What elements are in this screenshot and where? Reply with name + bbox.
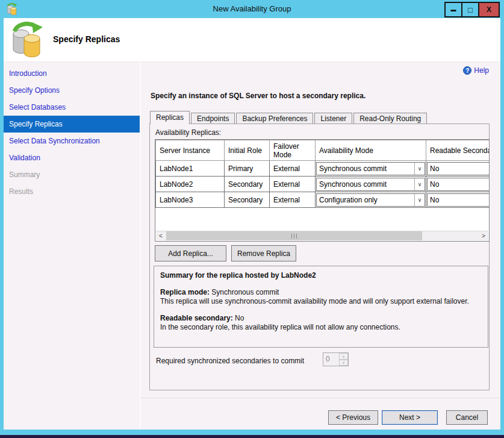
readable-secondary-dropdown[interactable]: No [427, 193, 490, 207]
required-commit-label: Required synchronized secondaries to com… [156, 357, 304, 365]
chevron-down-icon: ∨ [414, 194, 425, 206]
previous-button[interactable]: < Previous [328, 410, 378, 425]
minimize-icon: ▬ [451, 7, 456, 13]
close-icon: X [487, 5, 491, 14]
help-label: Help [474, 66, 489, 75]
initial-role-cell: Secondary [225, 192, 270, 208]
replica-mode-value: Synchronous commit [210, 288, 279, 296]
readable-secondary-dropdown[interactable]: No [427, 178, 490, 191]
tab-strip: Replicas Endpoints Backup Preferences Li… [150, 111, 428, 124]
scroll-right-icon: > [482, 233, 485, 239]
minimize-button[interactable]: ▬ [444, 2, 462, 17]
availability-mode-dropdown[interactable]: Synchronous commit∨ [316, 178, 425, 191]
readable-secondary-value: No [430, 180, 439, 189]
instruction-text: Specify an instance of SQL Server to hos… [151, 92, 366, 100]
footer-divider [141, 398, 500, 398]
col-header-server-instance: Server Instance [156, 140, 225, 161]
sidebar-item-results: Results [4, 183, 140, 200]
replicas-tab-panel: Availability Replicas: Server Instance I… [149, 124, 490, 390]
replica-mode-line: Replica mode: Synchronous commit [160, 288, 482, 297]
sidebar-item-validation[interactable]: Validation [4, 149, 140, 166]
summary-panel: Summary for the replica hosted by LabNod… [154, 266, 488, 348]
availability-mode-value: Synchronous commit [317, 180, 414, 189]
titlebar[interactable]: New Availability Group ▬ □ X [0, 0, 504, 18]
table-row[interactable]: LabNode3 Secondary External Configuratio… [156, 192, 490, 208]
scroll-right-button[interactable]: > [479, 231, 488, 240]
server-instance-cell: LabNode2 [156, 177, 225, 192]
remove-replica-button[interactable]: Remove Replica [231, 245, 296, 261]
availability-replicas-grid: Server Instance Initial Role Failover Mo… [155, 139, 490, 242]
tab-read-only-routing[interactable]: Read-Only Routing [353, 113, 427, 124]
sidebar-item-specify-options[interactable]: Specify Options [4, 82, 140, 99]
spinner-up-icon: ∧ [342, 354, 344, 358]
readable-secondary-value: No [430, 196, 439, 204]
tab-endpoints[interactable]: Endpoints [191, 113, 235, 124]
failover-mode-cell: External [270, 161, 316, 177]
sidebar-item-select-data-synchronization[interactable]: Select Data Synchronization [4, 133, 140, 149]
readable-secondary-value: No [430, 164, 439, 173]
sidebar-item-select-databases[interactable]: Select Databases [4, 99, 140, 116]
failover-mode-cell: External [270, 177, 316, 192]
scroll-thumb[interactable] [166, 231, 422, 240]
spinner-down-button: ∨ [339, 360, 348, 366]
availability-mode-dropdown[interactable]: Configuration only∨ [316, 193, 425, 207]
spinner-buttons: ∧ ∨ [339, 353, 348, 366]
initial-role-cell: Secondary [225, 177, 270, 192]
col-header-initial-role: Initial Role [225, 140, 270, 161]
initial-role-cell: Primary [225, 161, 270, 177]
window-title: New Availability Group [0, 0, 504, 18]
help-link[interactable]: ? Help [463, 66, 489, 75]
tab-backup-preferences[interactable]: Backup Preferences [236, 113, 313, 124]
next-button[interactable]: Next > [382, 410, 438, 425]
summary-title: Summary for the replica hosted by LabNod… [160, 271, 482, 280]
tab-replicas[interactable]: Replicas [150, 111, 190, 124]
scroll-left-button[interactable]: < [156, 231, 166, 240]
maximize-icon: □ [468, 5, 473, 14]
col-header-availability-mode: Availability Mode [316, 140, 426, 161]
tab-listener[interactable]: Listener [314, 113, 352, 124]
close-button[interactable]: X [478, 2, 500, 17]
readable-secondary-dropdown[interactable]: No [427, 162, 490, 175]
table-row[interactable]: LabNode1 Primary External Synchronous co… [156, 161, 490, 177]
wizard-window: New Availability Group ▬ □ X Specify Rep… [0, 0, 504, 435]
availability-mode-dropdown[interactable]: Synchronous commit∨ [316, 162, 425, 175]
horizontal-scrollbar[interactable]: < > [156, 231, 488, 240]
server-instance-cell: LabNode1 [156, 161, 225, 177]
replicas-icon [10, 22, 43, 58]
dialog-body: Specify Replicas Introduction Specify Op… [4, 18, 500, 430]
failover-mode-cell: External [270, 192, 316, 208]
cancel-button[interactable]: Cancel [446, 410, 488, 425]
readable-secondary-summary-value: No [233, 314, 244, 322]
replica-mode-label: Replica mode: [160, 288, 210, 296]
chevron-down-icon: ∨ [414, 163, 425, 175]
window-controls: ▬ □ X [446, 2, 500, 17]
scroll-grip-icon [291, 234, 297, 239]
replica-mode-description: This replica will use synchronous-commit… [160, 297, 482, 306]
chevron-down-icon: ∨ [414, 178, 425, 190]
content-area: ? Help Specify an instance of SQL Server… [141, 62, 500, 430]
readable-secondary-line: Readable secondary: No [160, 314, 482, 323]
required-commit-value: 0 [323, 353, 339, 366]
col-header-readable-secondary: Readable Secondary [426, 140, 490, 161]
readable-secondary-label: Readable secondary: [160, 314, 233, 322]
sidebar-item-summary: Summary [4, 166, 140, 183]
server-instance-cell: LabNode3 [156, 192, 225, 208]
page-title: Specify Replicas [53, 34, 120, 44]
required-commit-spinner: 0 ∧ ∨ [323, 352, 349, 366]
table-row[interactable]: LabNode2 Secondary External Synchronous … [156, 177, 490, 192]
header-band: Specify Replicas [4, 18, 500, 62]
sidebar-item-introduction[interactable]: Introduction [4, 65, 140, 82]
availability-mode-value: Configuration only [317, 196, 414, 204]
wizard-steps-sidebar: Introduction Specify Options Select Data… [4, 62, 140, 430]
sidebar-item-specify-replicas[interactable]: Specify Replicas [4, 116, 140, 133]
desktop-background: New Availability Group ▬ □ X Specify Rep… [0, 0, 504, 438]
availability-mode-value: Synchronous commit [317, 164, 414, 173]
help-icon: ? [463, 66, 471, 75]
spinner-down-icon: ∨ [342, 360, 344, 364]
add-replica-button[interactable]: Add Replica... [155, 245, 226, 261]
readable-secondary-description: In the secondary role, this availability… [160, 323, 482, 332]
spinner-up-button: ∧ [339, 353, 348, 360]
col-header-failover-mode: Failover Mode [270, 140, 316, 161]
availability-replicas-label: Availability Replicas: [155, 128, 221, 137]
maximize-button[interactable]: □ [461, 2, 479, 17]
